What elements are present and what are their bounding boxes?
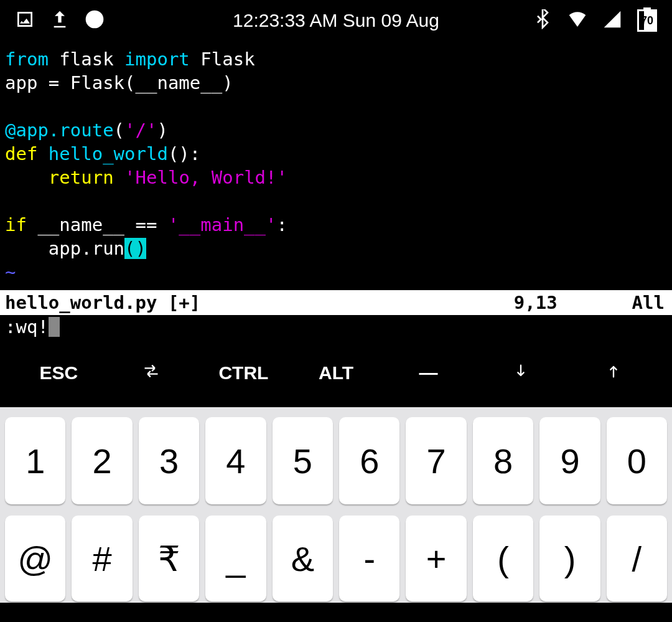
down-arrow-key[interactable] — [475, 362, 567, 384]
vim-command-line[interactable]: :wq! — [0, 315, 672, 339]
key-slash[interactable]: / — [607, 516, 667, 601]
key-5[interactable]: 5 — [273, 417, 333, 504]
wifi-icon — [567, 9, 587, 32]
key-lparen[interactable]: ( — [473, 516, 533, 601]
key-9[interactable]: 9 — [539, 417, 600, 504]
keyboard-row-1: 1 2 3 4 5 6 7 8 9 0 — [5, 417, 667, 504]
code-funcname: hello_world — [37, 143, 168, 164]
soft-keyboard: 1 2 3 4 5 6 7 8 9 0 @ # ₹ _ & - + ( ) / — [0, 407, 672, 603]
esc-key[interactable]: ESC — [12, 362, 105, 384]
key-0[interactable]: 0 — [607, 417, 667, 504]
code-string: 'Hello, World!' — [124, 167, 287, 188]
vim-cursor-position: 9,13 — [514, 292, 632, 313]
key-8[interactable]: 8 — [473, 417, 533, 504]
termux-extra-keys: ESC CTRL ALT — — [0, 339, 672, 407]
code-keyword: if — [5, 214, 27, 235]
keyboard-row-2: @ # ₹ _ & - + ( ) / — [5, 516, 667, 601]
tab-key[interactable] — [105, 362, 198, 384]
vim-scroll-percent: All — [632, 292, 667, 313]
android-status-bar: 12:23:33 AM Sun 09 Aug 70 — [0, 0, 672, 41]
code-keyword: import — [124, 49, 190, 70]
status-time: 12:23:33 AM Sun 09 Aug — [233, 10, 439, 31]
vim-filename: hello_world.py [+] — [5, 292, 514, 313]
up-arrow-key[interactable] — [567, 362, 660, 384]
key-4[interactable]: 4 — [205, 417, 266, 504]
alt-key[interactable]: ALT — [290, 362, 383, 384]
key-7[interactable]: 7 — [406, 417, 466, 504]
key-2[interactable]: 2 — [72, 417, 132, 504]
key-rupee[interactable]: ₹ — [139, 516, 199, 601]
vim-tilde: ~ — [5, 262, 16, 283]
code-string: '/' — [124, 120, 157, 141]
code-keyword: return — [49, 167, 114, 188]
command-cursor — [49, 317, 60, 337]
terminal-icon — [85, 9, 105, 32]
image-icon — [15, 9, 35, 32]
vim-command-text: :wq! — [5, 316, 49, 337]
editor-cursor: () — [124, 238, 146, 259]
key-6[interactable]: 6 — [339, 417, 399, 504]
ctrl-key[interactable]: CTRL — [197, 362, 290, 384]
vim-status-line: hello_world.py [+] 9,13 All — [0, 290, 672, 315]
editor-code-area[interactable]: from flask import Flask app = Flask(__na… — [0, 41, 672, 290]
dash-key[interactable]: — — [382, 362, 475, 384]
key-plus[interactable]: + — [406, 516, 466, 601]
key-1[interactable]: 1 — [5, 417, 65, 504]
code-string: '__main__' — [168, 214, 277, 235]
code-decorator: @app.route — [5, 120, 114, 141]
bluetooth-icon — [533, 9, 553, 32]
key-minus[interactable]: - — [339, 516, 399, 601]
key-hash[interactable]: # — [72, 516, 132, 601]
battery-icon: 70 — [637, 9, 657, 32]
code-keyword: def — [5, 143, 37, 164]
signal-icon — [602, 9, 622, 32]
key-underscore[interactable]: _ — [205, 516, 266, 601]
status-icons-left — [15, 9, 105, 32]
code-keyword: from — [5, 49, 49, 70]
key-ampersand[interactable]: & — [273, 516, 333, 601]
status-icons-right: 70 — [533, 9, 657, 32]
key-3[interactable]: 3 — [139, 417, 199, 504]
key-at[interactable]: @ — [5, 516, 65, 601]
key-rparen[interactable]: ) — [539, 516, 600, 601]
upload-icon — [50, 9, 70, 32]
